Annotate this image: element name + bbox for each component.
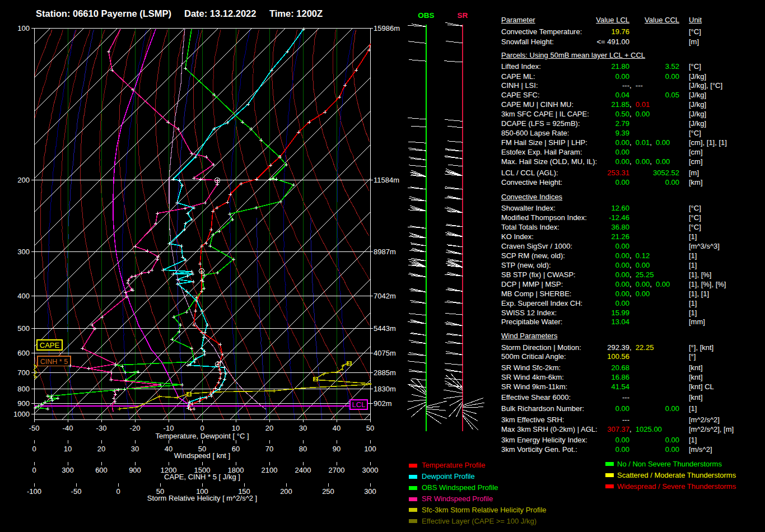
svg-text:800: 800	[17, 385, 30, 393]
svg-text:11584m: 11584m	[374, 176, 399, 184]
svg-text:Storm Relative Helicity [ m^2: Storm Relative Helicity [ m^2/s^2 ]	[147, 494, 257, 502]
svg-text:100: 100	[17, 24, 30, 32]
svg-text:400: 400	[17, 292, 30, 300]
svg-text:300: 300	[62, 466, 74, 474]
svg-text:900: 900	[129, 466, 141, 474]
svg-text:90: 90	[333, 445, 340, 453]
svg-text:70: 70	[265, 445, 273, 453]
svg-text:4: 4	[188, 391, 190, 397]
svg-text:3000: 3000	[362, 466, 379, 474]
svg-text:3: 3	[348, 361, 351, 366]
svg-text:CAPE: CAPE	[40, 341, 60, 349]
svg-text:300: 300	[17, 248, 30, 256]
svg-text:2100: 2100	[262, 466, 278, 474]
svg-text:0: 0	[116, 487, 120, 496]
svg-text:30: 30	[131, 445, 139, 453]
svg-text:500: 500	[17, 324, 30, 333]
svg-text:10: 10	[232, 424, 240, 432]
svg-text:2: 2	[314, 376, 317, 382]
svg-text:-40: -40	[63, 424, 73, 432]
svg-text:-30: -30	[96, 424, 107, 432]
svg-text:0: 0	[32, 466, 36, 474]
svg-text:100: 100	[364, 445, 376, 453]
svg-text:700: 700	[17, 368, 30, 377]
svg-text:Windspeed [ knt ]: Windspeed [ knt ]	[174, 451, 230, 460]
svg-text:LCL: LCL	[352, 400, 366, 409]
svg-text:4075m: 4075m	[374, 349, 396, 357]
svg-text:-20: -20	[130, 424, 141, 432]
svg-text:200: 200	[280, 487, 292, 496]
svg-text:80: 80	[299, 445, 307, 453]
svg-text:250: 250	[322, 487, 334, 496]
svg-text:200: 200	[17, 176, 30, 184]
svg-text:0: 0	[32, 445, 36, 453]
svg-text:900: 900	[17, 399, 30, 408]
svg-text:1000: 1000	[13, 410, 30, 418]
svg-text:SR: SR	[458, 11, 468, 20]
svg-text:40: 40	[165, 445, 172, 453]
svg-text:20: 20	[265, 424, 273, 432]
svg-text:-50: -50	[29, 424, 40, 432]
svg-text:7042m: 7042m	[374, 292, 396, 300]
svg-text:60: 60	[232, 445, 240, 453]
svg-text:2700: 2700	[329, 466, 345, 474]
svg-text:10: 10	[64, 445, 72, 453]
svg-text:Temperature, Dewpoint [ °C ]: Temperature, Dewpoint [ °C ]	[155, 432, 249, 440]
svg-text:50: 50	[366, 424, 374, 432]
svg-text:15986m: 15986m	[374, 24, 400, 32]
svg-text:5443m: 5443m	[374, 324, 396, 333]
svg-text:30: 30	[299, 424, 307, 432]
svg-text:8987m: 8987m	[374, 248, 396, 256]
svg-text:-10: -10	[164, 424, 174, 432]
svg-text:-100: -100	[27, 487, 41, 496]
svg-text:CINH * 5: CINH * 5	[40, 358, 68, 366]
svg-text:2400: 2400	[295, 466, 311, 474]
svg-text:2885m: 2885m	[374, 368, 396, 377]
svg-text:OBS: OBS	[418, 11, 434, 20]
svg-text:-50: -50	[71, 487, 82, 496]
svg-text:40: 40	[333, 424, 340, 432]
svg-text:20: 20	[97, 445, 105, 453]
svg-text:CAPE, CINH * 5 [ J/kg ]: CAPE, CINH * 5 [ J/kg ]	[164, 473, 240, 481]
svg-text:300: 300	[364, 487, 376, 496]
svg-text:1830m: 1830m	[374, 385, 396, 393]
svg-text:600: 600	[95, 466, 108, 474]
svg-text:600: 600	[17, 349, 30, 357]
svg-text:902m: 902m	[374, 399, 392, 408]
svg-text:0: 0	[200, 424, 204, 432]
